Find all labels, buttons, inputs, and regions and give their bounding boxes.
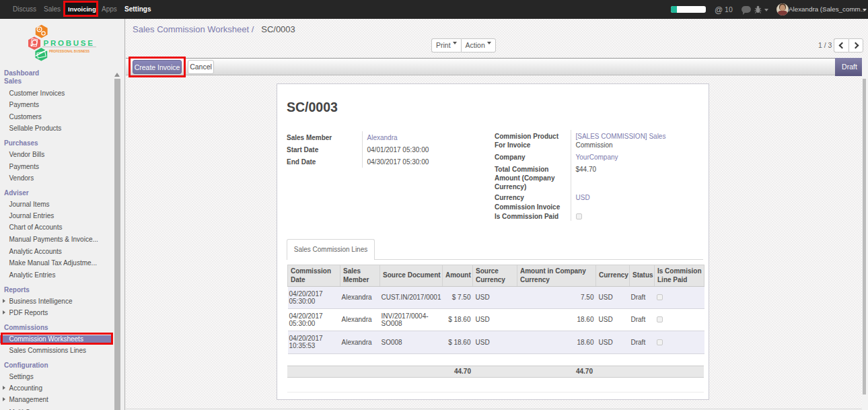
svg-text:PROFESSIONAL BUSINESS: PROFESSIONAL BUSINESS <box>49 48 89 53</box>
svg-text:PROBUSE: PROBUSE <box>44 39 95 47</box>
